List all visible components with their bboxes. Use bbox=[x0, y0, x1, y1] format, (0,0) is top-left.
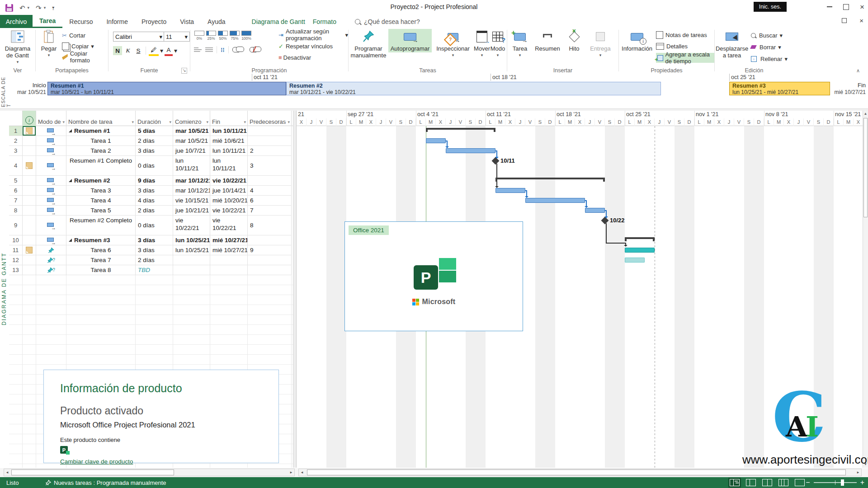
table-row[interactable]: 1→Resumen #15 díasmar 10/5/21lun 10/11/2… bbox=[9, 126, 293, 136]
tab-tarea[interactable]: Tarea bbox=[33, 15, 62, 28]
row-number[interactable]: 13 bbox=[9, 265, 23, 275]
find-button[interactable]: Buscar▾ bbox=[751, 31, 788, 40]
tab-formato[interactable]: Formato bbox=[312, 15, 343, 28]
mode-button[interactable]: Modo ▾ bbox=[489, 29, 507, 57]
predecessor-cell[interactable]: 3 bbox=[248, 156, 292, 176]
info-cell[interactable] bbox=[23, 186, 36, 196]
duration-cell[interactable]: 3 días bbox=[136, 186, 173, 196]
font-color-button[interactable]: A bbox=[165, 45, 173, 56]
outdent-icon[interactable] bbox=[194, 47, 202, 53]
duration-cell[interactable]: 3 días bbox=[136, 146, 173, 156]
new-tasks-mode-button[interactable]: Nuevas tareas : Programada manualmente bbox=[45, 479, 166, 486]
duration-cell[interactable]: 2 días bbox=[136, 206, 173, 216]
resource-sheet-view-shortcut[interactable] bbox=[778, 479, 788, 486]
column-header-modo[interactable]: Modo de▾ bbox=[36, 111, 66, 126]
row-number[interactable]: 5 bbox=[9, 176, 23, 186]
percent-50%-button[interactable]: 50% bbox=[217, 31, 228, 41]
duration-cell[interactable]: 2 días bbox=[136, 255, 173, 265]
timeline-pane[interactable]: ESCALA DE T Inicio mar 10/5/21 Fin mié 1… bbox=[0, 74, 868, 108]
end-cell[interactable]: vie 10/22/21 bbox=[210, 176, 248, 186]
percent-0%-button[interactable]: 0% bbox=[194, 31, 205, 41]
end-cell[interactable]: vie 10/22/21 bbox=[210, 216, 248, 235]
copy-button[interactable]: Copiar▾ bbox=[62, 42, 108, 51]
scroll-right-icon[interactable]: ▸ bbox=[288, 469, 294, 476]
start-cell[interactable]: lun 10/25/21 bbox=[173, 245, 210, 255]
table-row[interactable]: 11Tarea 63 díaslun 10/25/21mié 10/27/219 bbox=[9, 245, 293, 255]
percent-75%-button[interactable]: 75% bbox=[229, 31, 240, 41]
duration-cell[interactable]: 9 días bbox=[136, 176, 173, 186]
task-bar[interactable] bbox=[446, 148, 495, 153]
scroll-to-task-button[interactable]: Desplazarse a tarea bbox=[716, 29, 748, 59]
gantt-view-shortcut[interactable] bbox=[730, 479, 740, 486]
italic-button[interactable]: K bbox=[123, 46, 132, 55]
predecessor-cell[interactable] bbox=[248, 265, 292, 275]
table-row[interactable]: 12?Tarea 72 días bbox=[9, 255, 293, 265]
info-cell[interactable] bbox=[23, 126, 36, 136]
row-number[interactable]: 9 bbox=[9, 216, 23, 235]
column-header-duracion[interactable]: Duración▾ bbox=[136, 111, 173, 126]
column-header-comienzo[interactable]: Comienzo▾ bbox=[173, 111, 210, 126]
table-row[interactable]: 4→Resumen #1 Completo0 díaslun 10/11/21l… bbox=[9, 156, 293, 176]
gantt-hscrollbar[interactable]: ◂ ▸ bbox=[298, 469, 862, 476]
manual-task-bar[interactable] bbox=[625, 248, 655, 253]
mode-cell[interactable]: → bbox=[36, 146, 66, 156]
task-bar[interactable] bbox=[495, 188, 525, 193]
task-name-cell[interactable]: Tarea 7 bbox=[66, 255, 136, 265]
link-tasks-icon[interactable] bbox=[232, 47, 241, 52]
vertical-scrollbar[interactable]: ▲ ▼ bbox=[863, 111, 868, 468]
unlink-tasks-icon[interactable] bbox=[250, 47, 258, 52]
duration-cell[interactable]: 2 días bbox=[136, 136, 173, 146]
mode-cell[interactable]: → bbox=[36, 186, 66, 196]
end-cell[interactable]: mié 10/20/21 bbox=[210, 196, 248, 206]
info-cell[interactable] bbox=[23, 265, 36, 275]
predecessor-cell[interactable] bbox=[248, 136, 292, 146]
vscroll-thumb[interactable] bbox=[863, 118, 868, 217]
percent-100%-button[interactable]: 100% bbox=[241, 31, 252, 41]
zoom-slider-thumb[interactable] bbox=[841, 479, 844, 486]
timeline-bar-1[interactable]: Resumen #1mar 10/5/21 - lun 10/11/21 bbox=[47, 82, 286, 95]
zoom-out-icon[interactable]: − bbox=[806, 479, 810, 487]
restore-icon[interactable] bbox=[843, 4, 849, 10]
info-cell[interactable] bbox=[23, 196, 36, 206]
sign-in-button[interactable]: Inic. ses. bbox=[754, 2, 787, 12]
end-cell[interactable] bbox=[210, 255, 248, 265]
paste-button[interactable]: Pegar ▾ bbox=[38, 29, 59, 57]
info-cell[interactable] bbox=[23, 245, 36, 255]
percent-25%-button[interactable]: 25% bbox=[206, 31, 217, 41]
start-cell[interactable]: jue 10/7/21 bbox=[173, 146, 210, 156]
summary-bar[interactable] bbox=[495, 178, 605, 182]
info-column-header[interactable]: i bbox=[23, 111, 36, 126]
start-cell[interactable]: mar 10/12/21 bbox=[173, 176, 210, 186]
duration-cell[interactable]: TBD bbox=[136, 265, 173, 275]
font-size-select[interactable]: 11▾ bbox=[164, 32, 190, 42]
row-number[interactable]: 12 bbox=[9, 255, 23, 265]
predecessor-cell[interactable]: 8 bbox=[248, 216, 292, 235]
manual-task-bar-light[interactable] bbox=[625, 258, 645, 263]
task-name-cell[interactable]: Resumen #1 Completo bbox=[66, 156, 136, 176]
task-name-cell[interactable]: Resumen #2 bbox=[66, 176, 136, 186]
vertical-splitter[interactable] bbox=[293, 111, 297, 468]
tab-ayuda[interactable]: Ayuda bbox=[201, 15, 232, 28]
information-button[interactable]: Información bbox=[620, 29, 654, 52]
start-cell[interactable]: mar 10/5/21 bbox=[173, 136, 210, 146]
gantt-scroll-right-icon[interactable]: ▸ bbox=[855, 469, 861, 476]
fill-button[interactable]: ↓Rellenar▾ bbox=[751, 54, 788, 63]
insert-task-button[interactable]: Tarea▾ bbox=[509, 29, 531, 57]
summary-bar[interactable] bbox=[625, 237, 655, 241]
task-usage-view-shortcut[interactable] bbox=[746, 479, 756, 486]
end-cell[interactable]: mié 10/6/21 bbox=[210, 136, 248, 146]
expand-triangle-icon[interactable] bbox=[69, 239, 72, 242]
inspect-button[interactable]: ? Inspeccionar ▾ bbox=[434, 29, 472, 57]
row-number[interactable]: 6 bbox=[9, 186, 23, 196]
underline-button[interactable]: S bbox=[134, 46, 143, 55]
predecessor-cell[interactable] bbox=[248, 235, 292, 245]
gantt-hscroll-thumb[interactable] bbox=[307, 469, 846, 475]
gantt-view-button[interactable]: Diagrama de Gantt ▾ bbox=[4, 29, 32, 64]
mode-cell[interactable]: → bbox=[36, 196, 66, 206]
predecessor-cell[interactable]: 9 bbox=[248, 245, 292, 255]
end-cell[interactable]: jue 10/14/21 bbox=[210, 186, 248, 196]
table-row[interactable]: 5→Resumen #29 díasmar 10/12/21vie 10/22/… bbox=[9, 176, 293, 186]
table-row[interactable]: 10→Resumen #33 díaslun 10/25/21mié 10/27… bbox=[9, 235, 293, 245]
predecessor-cell[interactable]: 4 bbox=[248, 186, 292, 196]
predecessor-cell[interactable]: 2 bbox=[248, 146, 292, 156]
